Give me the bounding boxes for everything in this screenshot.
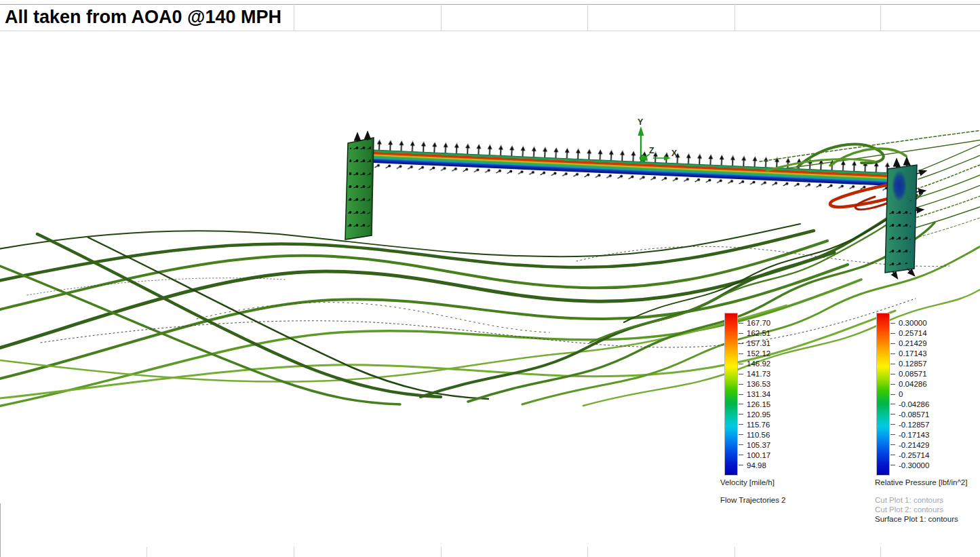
tick-mark xyxy=(890,434,895,435)
left-endplate-probe-dots xyxy=(347,143,371,235)
tick-label: 136.53 xyxy=(747,380,770,388)
legend-tick-row: 105.37 xyxy=(739,440,770,450)
legend-tick-row: 100.17 xyxy=(739,450,770,460)
tick-mark xyxy=(890,343,895,344)
tick-mark xyxy=(890,364,895,364)
tick-label: 141.73 xyxy=(747,370,770,378)
tick-mark xyxy=(890,414,895,415)
legend-tick-row: 0.12857 xyxy=(890,359,929,369)
tick-mark xyxy=(739,323,743,324)
tick-mark xyxy=(890,455,895,455)
tick-mark xyxy=(739,465,743,465)
tick-label: 131.34 xyxy=(747,390,770,398)
tick-label: -0.21429 xyxy=(899,441,929,449)
tick-label: 0.30000 xyxy=(899,319,927,327)
tick-label: 126.15 xyxy=(747,400,770,408)
tick-label: 162.51 xyxy=(747,329,770,337)
tick-label: 0.17143 xyxy=(899,349,927,358)
right-endplate-probe-dots xyxy=(887,200,912,267)
tick-label: 105.37 xyxy=(747,441,770,449)
legend-tick-row: -0.25714 xyxy=(890,450,929,460)
tick-label: -0.30000 xyxy=(899,461,929,469)
legend-tick-row: 136.53 xyxy=(739,379,770,389)
right-endplate xyxy=(885,158,926,278)
tick-mark xyxy=(739,384,743,385)
tick-label: 157.31 xyxy=(747,339,770,347)
grid-col-line xyxy=(734,4,735,31)
pressure-colorbar xyxy=(876,313,890,476)
pressure-blob xyxy=(892,170,907,201)
legend-tick-row: 167.70 xyxy=(739,318,770,328)
tick-label: 0.08571 xyxy=(899,370,927,378)
legend-tick-row: 141.73 xyxy=(739,369,770,379)
legend-tick-row: -0.12857 xyxy=(890,419,929,429)
legend-tick-row: 0.17143 xyxy=(890,349,929,359)
tick-mark xyxy=(890,465,895,465)
legend-tick-row: 0.04286 xyxy=(890,379,929,389)
tick-mark xyxy=(739,434,743,435)
tick-mark xyxy=(739,394,743,395)
legend-tick-row: 162.51 xyxy=(739,328,770,339)
tick-label: 0 xyxy=(899,390,903,398)
title-cell[interactable]: All taken from AOA0 @140 MPH xyxy=(0,4,294,31)
legend-tick-row: 0 xyxy=(890,389,929,400)
tick-label: 94.98 xyxy=(747,461,766,469)
pressure-legend-title: Relative Pressure [lbf/in^2] xyxy=(875,478,967,486)
cfd-scene-svg: Y Z X xyxy=(0,31,980,557)
tick-mark xyxy=(739,414,743,415)
tick-mark xyxy=(739,343,743,344)
legend-tick-row: 94.98 xyxy=(739,460,770,470)
tick-label: 110.56 xyxy=(747,431,770,439)
legend-tick-row: 0.30000 xyxy=(890,318,929,328)
tick-mark xyxy=(739,444,743,445)
legend-tick-row: 152.12 xyxy=(739,349,770,359)
spreadsheet-page: All taken from AOA0 @140 MPH xyxy=(0,0,980,557)
caption-cut-plot-1: Cut Plot 1: contours xyxy=(875,496,943,504)
triad-x-label: X xyxy=(671,149,678,158)
tick-mark xyxy=(890,384,895,385)
legend-tick-row: 110.56 xyxy=(739,429,770,440)
tick-mark xyxy=(890,424,895,425)
tick-label: 0.25714 xyxy=(899,329,927,337)
tick-label: 120.95 xyxy=(747,410,770,419)
triad-y-label: Y xyxy=(638,117,644,127)
legend-tick-row: -0.04286 xyxy=(890,400,929,410)
caption-cut-plot-2: Cut Plot 2: contours xyxy=(875,505,943,514)
caption-surface-plot-1: Surface Plot 1: contours xyxy=(875,515,958,523)
tick-mark xyxy=(890,333,895,334)
tick-label: 152.12 xyxy=(747,349,770,358)
tick-label: 0.21429 xyxy=(899,339,927,347)
page-title: All taken from AOA0 @140 MPH xyxy=(0,7,281,28)
velocity-colorbar xyxy=(724,313,738,476)
tick-label: -0.25714 xyxy=(899,451,929,459)
legend-tick-row: 157.31 xyxy=(739,339,770,349)
legend-tick-row: -0.21429 xyxy=(890,440,929,450)
grid-col-line xyxy=(294,4,294,31)
tick-label: 146.92 xyxy=(747,360,770,368)
tick-mark xyxy=(890,374,895,374)
legend-tick-row: 0.08571 xyxy=(890,369,929,379)
tick-label: -0.08571 xyxy=(899,410,929,419)
tick-mark xyxy=(739,424,743,425)
legend-tick-row: 131.34 xyxy=(739,389,770,400)
legend-tick-row: 126.15 xyxy=(739,400,770,410)
velocity-legend-title: Velocity [mile/h] xyxy=(720,478,775,486)
tick-mark xyxy=(890,323,895,324)
tick-mark xyxy=(890,394,895,395)
tick-label: 100.17 xyxy=(747,451,770,459)
tick-mark xyxy=(890,353,895,354)
cfd-viewport[interactable]: Y Z X xyxy=(0,31,980,557)
legend-tick-row: 0.21429 xyxy=(890,339,929,349)
tick-label: 115.76 xyxy=(747,421,770,429)
tick-label: 0.04286 xyxy=(899,380,927,388)
legend-tick-row: 146.92 xyxy=(739,359,770,369)
velocity-ticks: 167.70162.51157.31152.12146.92141.73136.… xyxy=(739,313,770,474)
legend-tick-row: -0.08571 xyxy=(890,409,929,419)
grid-col-line xyxy=(587,4,588,31)
triad-z-label: Z xyxy=(649,146,654,155)
legend-tick-row: -0.17143 xyxy=(890,429,929,440)
legend-tick-row: 0.25714 xyxy=(890,328,929,339)
legend-tick-row: 115.76 xyxy=(739,419,770,429)
tick-label: -0.17143 xyxy=(899,431,929,439)
tick-label: -0.12857 xyxy=(899,421,929,429)
